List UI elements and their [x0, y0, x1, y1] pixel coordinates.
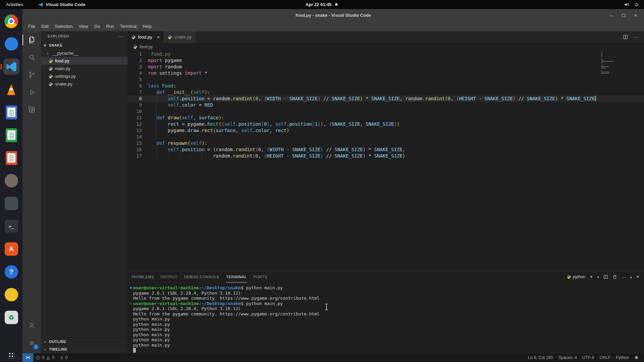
dock-item-calc[interactable]	[3, 127, 19, 143]
close-tab-icon[interactable]: ×	[157, 34, 160, 40]
menu-file[interactable]: File	[25, 21, 38, 31]
panel-tab-debug-console[interactable]: DEBUG CONSOLE	[184, 271, 220, 283]
menu-edit[interactable]: Edit	[38, 21, 52, 31]
show-applications-button[interactable]	[8, 352, 15, 359]
code-line[interactable]: 15 def respawn(self):	[127, 140, 644, 146]
encoding[interactable]: UTF-8	[580, 355, 597, 360]
menu-view[interactable]: View	[76, 21, 91, 31]
language-mode[interactable]: Python	[613, 355, 632, 360]
terminal-line[interactable]: Hello from the pygame community. https:/…	[128, 311, 644, 317]
split-terminal-icon[interactable]	[603, 275, 608, 279]
system-tray[interactable]	[624, 2, 644, 7]
code-area[interactable]: 1 food.py2mport pygame3mport random4rom …	[127, 51, 644, 271]
minimize-button[interactable]: –	[609, 13, 614, 18]
section-timeline[interactable]: ›TIMELINE	[41, 345, 127, 353]
menu-selection[interactable]: Selection	[52, 21, 75, 31]
code-line[interactable]: 3mport random	[127, 64, 644, 70]
terminal-shell-selector[interactable]: python	[567, 275, 586, 279]
file-snake.py[interactable]: snake.py	[41, 80, 127, 88]
minimap[interactable]	[600, 51, 614, 125]
maximize-panel-icon[interactable]: ▴	[630, 275, 632, 279]
cursor-position[interactable]: Ln 8, Col 160	[525, 355, 555, 360]
code-line[interactable]: 7 def __init__(self):	[127, 89, 644, 96]
panel-tab-problems[interactable]: PROBLEMS	[131, 271, 154, 283]
dock-item-gimp[interactable]	[3, 173, 19, 189]
dock-item-chrome[interactable]	[3, 13, 19, 29]
tab-snake.py[interactable]: snake.py	[164, 31, 196, 43]
code-line[interactable]: 11 def draw(self, surface):	[127, 115, 644, 121]
code-line[interactable]: 4rom settings import *	[127, 70, 644, 76]
panel-tab-terminal[interactable]: TERMINAL	[226, 271, 247, 283]
new-terminal-icon[interactable]: +	[590, 274, 593, 280]
dock-item-software[interactable]: A	[3, 241, 19, 257]
code-line[interactable]: 8 self.position = random.randint(0, (WID…	[127, 96, 644, 102]
eol-sequence[interactable]: CRLF	[597, 355, 613, 360]
terminal-line[interactable]: pygame 2.6.1 (SDL 2.28.4, Python 3.10.12…	[128, 291, 644, 296]
activities-button[interactable]: Activities	[0, 0, 29, 9]
terminal-line[interactable]: python main.py	[128, 337, 644, 343]
dock-item-vlc[interactable]	[3, 81, 19, 98]
terminal-line[interactable]: python main.py	[128, 316, 644, 322]
remote-indicator[interactable]: ><	[22, 353, 33, 362]
code-line[interactable]: 9 self.color = RED	[127, 102, 644, 108]
activity-extensions[interactable]	[22, 101, 41, 118]
terminal-line[interactable]: python main.py	[128, 322, 644, 327]
explorer-more-actions-icon[interactable]: ···	[118, 34, 123, 39]
dock-item-terminal[interactable]: >_	[3, 218, 19, 234]
terminal-line[interactable]: python main.py	[128, 332, 644, 338]
window-titlebar[interactable]: food.py - snake - Visual Studio Code – ×	[22, 9, 644, 21]
ports-status[interactable]: 0	[57, 353, 70, 362]
activity-settings[interactable]: 1	[22, 334, 41, 352]
menu-terminal[interactable]: Terminal	[117, 21, 140, 31]
code-line[interactable]: 2mport pygame	[127, 57, 644, 64]
code-line[interactable]: 14	[127, 134, 644, 140]
code-line[interactable]: 1 food.py	[127, 51, 644, 57]
dock-item-files[interactable]	[3, 195, 19, 212]
dock-item-trash[interactable]: ♻	[3, 309, 19, 325]
activity-explorer[interactable]	[22, 31, 41, 49]
dock-item-blue-app[interactable]	[3, 36, 19, 52]
activity-account[interactable]	[22, 317, 41, 334]
tab-food.py[interactable]: food.py×	[127, 31, 164, 43]
code-line[interactable]: 5	[127, 76, 644, 83]
section-outline[interactable]: ›OUTLINE	[41, 338, 127, 345]
file-food.py[interactable]: food.py	[41, 57, 127, 65]
split-editor-icon[interactable]	[623, 35, 628, 40]
terminal-line[interactable]: ○user@user-virtual-machine:~/Desktop/sna…	[128, 301, 644, 306]
terminal-line[interactable]: pygame 2.6.1 (SDL 2.28.4, Python 3.10.12…	[128, 306, 644, 311]
terminal-line[interactable]: python main.py	[128, 327, 644, 332]
activity-source-control[interactable]	[22, 66, 41, 83]
dock-item-impress[interactable]	[3, 150, 19, 166]
terminal-dropdown-icon[interactable]: ▾	[597, 275, 599, 279]
focused-app-indicator[interactable]: Visual Studio Code	[39, 2, 85, 7]
dock-item-vscode[interactable]	[3, 59, 19, 75]
indentation[interactable]: Spaces: 4	[555, 355, 580, 360]
terminal-line[interactable]: python main.py	[128, 343, 644, 348]
code-line[interactable]: 6lass Food:	[127, 83, 644, 89]
menu-help[interactable]: Help	[140, 21, 155, 31]
activity-run-debug[interactable]	[22, 83, 41, 101]
terminal-line[interactable]: ●user@user-virtual-machine:~/Desktop/sna…	[128, 285, 644, 291]
clock[interactable]: Apr 22 01:45	[306, 2, 338, 7]
kill-terminal-icon[interactable]	[612, 275, 617, 279]
problems-status[interactable]: 0 0	[33, 353, 57, 362]
panel-tab-ports[interactable]: PORTS	[254, 271, 267, 283]
code-line[interactable]: 16 self.position = (random.randint(0, (W…	[127, 146, 644, 153]
terminal[interactable]: ●user@user-virtual-machine:~/Desktop/sna…	[127, 283, 644, 353]
code-line[interactable]: 13 pygame.draw.rect(surface, self.color,…	[127, 127, 644, 134]
editor-more-actions-icon[interactable]: ···	[633, 34, 639, 40]
activity-search[interactable]	[22, 49, 41, 66]
close-panel-icon[interactable]: ×	[636, 274, 639, 280]
panel-more-actions-icon[interactable]: ···	[622, 275, 626, 280]
breadcrumb[interactable]: food.py	[127, 43, 644, 51]
dock-item-writer[interactable]	[3, 104, 19, 120]
terminal-line[interactable]: Hello from the pygame community. https:/…	[128, 296, 644, 301]
project-section-header[interactable]: ▾ SNAKE	[41, 41, 127, 49]
notifications-bell[interactable]	[632, 356, 641, 360]
code-line[interactable]: 17 random.randint(0, (HEIGHT - SNAKE_SIZ…	[127, 153, 644, 159]
close-button[interactable]: ×	[633, 13, 638, 18]
folder-__pycache__[interactable]: ›__pycache__	[41, 49, 127, 57]
file-settings.py[interactable]: settings.py	[41, 72, 127, 80]
code-line[interactable]: 12 rect = pygame.Rect((self.position[0],…	[127, 121, 644, 127]
menu-run[interactable]: Run	[103, 21, 117, 31]
